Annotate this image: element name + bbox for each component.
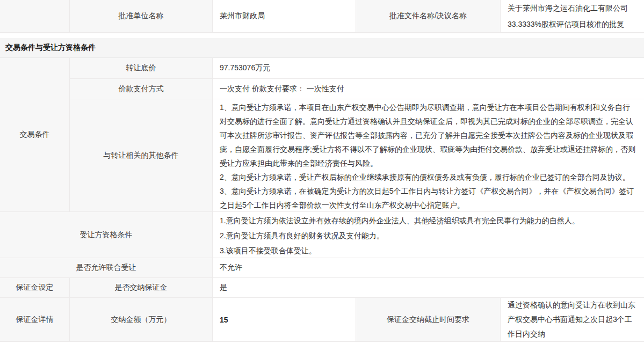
approval-unit-label: 批准单位名称 bbox=[70, 0, 213, 33]
spacer bbox=[0, 33, 644, 38]
qualification-line-2: 2.意向受让方须具有良好的财务状况及支付能力。 bbox=[220, 228, 636, 243]
deposit-required-label: 是否交纳保证金 bbox=[70, 278, 213, 298]
approval-doc-value: 关于莱州市海之运石油化工有限公司33.3333%股权评估项目核准的批复 bbox=[501, 0, 644, 33]
other-conditions-paragraph-3: 3、意向受让方须承诺，在被确定为受让方的次日起5个工作日内与转让方签订《产权交易… bbox=[220, 184, 636, 212]
approval-doc-label: 批准文件名称/决议名称 bbox=[356, 0, 501, 33]
property-listing-page: 批准单位名称 莱州市财政局 批准文件名称/决议名称 关于莱州市海之运石油化工有限… bbox=[0, 0, 644, 342]
approval-unit-value: 莱州市财政局 bbox=[213, 0, 356, 33]
qualification-line-3: 3.该项目不接受联合体受让。 bbox=[220, 243, 636, 258]
section-header: 交易条件与受让方资格条件 bbox=[0, 38, 644, 58]
approval-empty-cell bbox=[0, 0, 70, 33]
transfer-price-label: 转让底价 bbox=[70, 58, 213, 79]
other-conditions-value: 1、意向受让方须承诺，本项目在山东产权交易中心公告期即为尽职调查期，意向受让方在… bbox=[213, 99, 644, 212]
joint-transfer-label: 是否允许联合受让 bbox=[0, 258, 213, 278]
other-conditions-label: 与转让相关的其他条件 bbox=[70, 99, 213, 212]
transferee-qualification-label: 受让方资格条件 bbox=[0, 212, 213, 258]
conditions-table: 交易条件 转让底价 97.753076万元 价款支付方式 一次支付 价款支付要求… bbox=[0, 58, 644, 342]
deposit-setting-group-label: 保证金设定 bbox=[0, 278, 70, 298]
deposit-deadline-value: 通过资格确认的意向受让方在收到山东产权交易中心书面通知之次日起3个工作日内交纳 bbox=[501, 298, 644, 342]
deposit-deadline-label: 保证金交纳截止时间要求 bbox=[356, 298, 501, 342]
deposit-detail-group-label: 保证金详情 bbox=[0, 298, 70, 342]
other-conditions-paragraph-1: 1、意向受让方须承诺，本项目在山东产权交易中心公告期即为尽职调查期，意向受让方在… bbox=[220, 100, 636, 170]
deposit-amount-value: 15 bbox=[213, 298, 356, 342]
payment-method-value: 一次支付 价款支付要求： 一次性支付 bbox=[213, 79, 644, 99]
deposit-required-value: 是 bbox=[213, 278, 644, 298]
transfer-price-value: 97.753076万元 bbox=[213, 58, 644, 79]
qualification-line-1: 1.意向受让方须为依法设立并有效存续的境内外企业法人、其他经济组织或具有完全民事… bbox=[220, 213, 636, 228]
trade-conditions-group-label: 交易条件 bbox=[0, 58, 70, 212]
section-title: 交易条件与受让方资格条件 bbox=[5, 43, 96, 53]
transferee-qualification-value: 1.意向受让方须为依法设立并有效存续的境内外企业法人、其他经济组织或具有完全民事… bbox=[213, 212, 644, 258]
approval-info-table: 批准单位名称 莱州市财政局 批准文件名称/决议名称 关于莱州市海之运石油化工有限… bbox=[0, 0, 644, 33]
payment-method-label: 价款支付方式 bbox=[70, 79, 213, 99]
deposit-amount-label: 交纳金额（万元） bbox=[70, 298, 213, 342]
joint-transfer-value: 不允许 bbox=[213, 258, 644, 278]
other-conditions-paragraph-2: 2、意向受让方须承诺，受让产权后标的企业继续承接原有的债权债务及或有负债，履行标… bbox=[220, 170, 636, 184]
